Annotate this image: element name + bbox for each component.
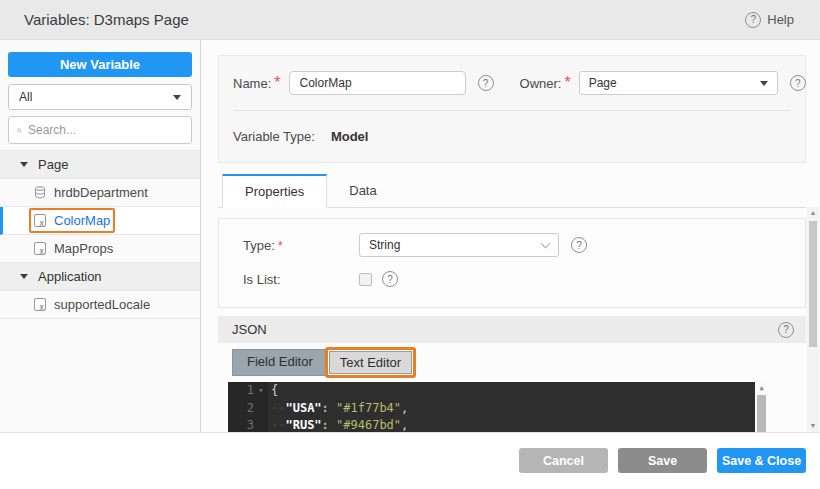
tree-item-label: MapProps xyxy=(54,241,113,256)
json-code-editor[interactable]: 1 ▾ { 2 ··"USA": "#1f77b4", 3 ··"RUS": "… xyxy=(228,382,768,432)
select-arrow-icon xyxy=(173,95,181,100)
variables-dialog: Variables: D3maps Page ? Help New Variab… xyxy=(0,0,820,489)
code-line: 2 ··"USA": "#1f77b4", xyxy=(228,400,768,418)
help-label: Help xyxy=(767,12,794,27)
is-list-help-icon[interactable]: ? xyxy=(382,271,398,287)
service-variable-icon xyxy=(34,186,46,199)
detail-tabbar: Properties Data xyxy=(218,174,806,208)
required-asterisk: * xyxy=(274,74,280,92)
properties-panel: Type:* String ? Is List: ? xyxy=(218,218,806,308)
json-section: JSON ? Field Editor Text Editor 1 ▾ xyxy=(218,316,806,432)
field-editor-button[interactable]: Field Editor xyxy=(233,350,327,375)
variable-filter-value: All xyxy=(19,90,32,104)
variables-tree: Page hrdbDepartment ColorMap xyxy=(0,150,200,319)
tab-data[interactable]: Data xyxy=(327,174,398,207)
variable-filter-select[interactable]: All xyxy=(8,84,192,110)
line-number: 2 xyxy=(228,400,254,418)
help-link[interactable]: ? Help xyxy=(745,12,794,28)
required-asterisk: * xyxy=(278,238,283,253)
code-line: 1 ▾ { xyxy=(228,382,768,400)
is-list-checkbox[interactable] xyxy=(359,273,372,286)
scroll-up-icon[interactable]: ▲ xyxy=(807,207,819,219)
variable-header-form: Name: * ? Owner: * Page ? xyxy=(218,55,806,163)
scroll-up-icon[interactable]: ▲ xyxy=(755,382,768,395)
line-number: 1 xyxy=(228,382,254,400)
line-number: 3 xyxy=(228,417,254,432)
owner-select[interactable]: Page xyxy=(579,71,778,95)
owner-value: Page xyxy=(589,76,617,90)
search-icon xyxy=(17,124,22,137)
name-help-icon[interactable]: ? xyxy=(478,75,494,91)
help-icon: ? xyxy=(745,12,761,28)
caret-down-icon xyxy=(20,162,28,167)
tree-item-label: supportedLocale xyxy=(54,297,150,312)
name-input[interactable] xyxy=(289,71,466,95)
content-scrollbar[interactable]: ▲ ▼ xyxy=(807,207,819,432)
save-button[interactable]: Save xyxy=(618,448,707,473)
type-value: String xyxy=(369,238,400,252)
type-select[interactable]: String xyxy=(359,233,559,257)
tree-group-label: Page xyxy=(38,157,68,172)
tree-item-label: hrdbDepartment xyxy=(54,185,148,200)
select-arrow-icon xyxy=(760,81,768,86)
type-label: Type:* xyxy=(243,238,359,253)
search-input[interactable] xyxy=(28,123,183,137)
model-variable-icon xyxy=(34,242,46,255)
content-scrollbar-thumb[interactable] xyxy=(809,221,817,347)
variable-type-value: Model xyxy=(331,129,369,144)
code-line: 3 ··"RUS": "#9467bd", xyxy=(228,417,768,432)
page-title: Variables: D3maps Page xyxy=(24,11,189,28)
editor-mode-toggle: Field Editor Text Editor xyxy=(232,349,415,376)
tree-item-supportedlocale[interactable]: supportedLocale xyxy=(0,291,200,319)
variables-sidebar: New Variable All Page xyxy=(0,40,201,432)
is-list-label: Is List: xyxy=(243,272,359,287)
json-title: JSON xyxy=(232,322,267,337)
owner-label: Owner: xyxy=(520,76,562,91)
new-variable-button[interactable]: New Variable xyxy=(8,52,192,77)
dialog-titlebar: Variables: D3maps Page ? Help xyxy=(0,0,820,40)
text-editor-button[interactable]: Text Editor xyxy=(329,351,412,374)
tree-item-colormap[interactable]: ColorMap xyxy=(0,207,200,235)
editor-scrollbar[interactable]: ▲ xyxy=(755,382,768,432)
owner-help-icon[interactable]: ? xyxy=(790,75,806,91)
variable-type-label: Variable Type: xyxy=(233,129,315,144)
save-and-close-button[interactable]: Save & Close xyxy=(717,448,806,473)
caret-down-icon xyxy=(20,274,28,279)
name-label: Name: xyxy=(233,76,271,91)
tree-item-mapprops[interactable]: MapProps xyxy=(0,235,200,263)
model-variable-icon xyxy=(34,298,46,311)
tab-properties[interactable]: Properties xyxy=(222,174,327,208)
tree-item-label: ColorMap xyxy=(54,213,110,228)
cancel-button[interactable]: Cancel xyxy=(519,448,608,473)
fold-caret-icon[interactable]: ▾ xyxy=(254,382,268,400)
tree-item-hrdbdepartment[interactable]: hrdbDepartment xyxy=(0,179,200,207)
tree-group-page[interactable]: Page xyxy=(0,151,200,179)
editor-scrollbar-thumb[interactable] xyxy=(757,395,766,432)
chevron-down-icon xyxy=(541,238,551,248)
model-variable-icon xyxy=(34,214,46,227)
scroll-down-icon[interactable]: ▼ xyxy=(807,420,819,432)
json-section-header: JSON ? xyxy=(218,316,806,343)
json-help-icon[interactable]: ? xyxy=(778,322,794,338)
variable-search xyxy=(8,116,192,144)
variable-detail-panel: Name: * ? Owner: * Page ? xyxy=(201,40,820,432)
dialog-footer: Cancel Save Save & Close xyxy=(0,432,820,489)
type-help-icon[interactable]: ? xyxy=(571,237,587,253)
tree-group-label: Application xyxy=(38,269,102,284)
required-asterisk: * xyxy=(564,74,570,92)
tree-group-application[interactable]: Application xyxy=(0,263,200,291)
